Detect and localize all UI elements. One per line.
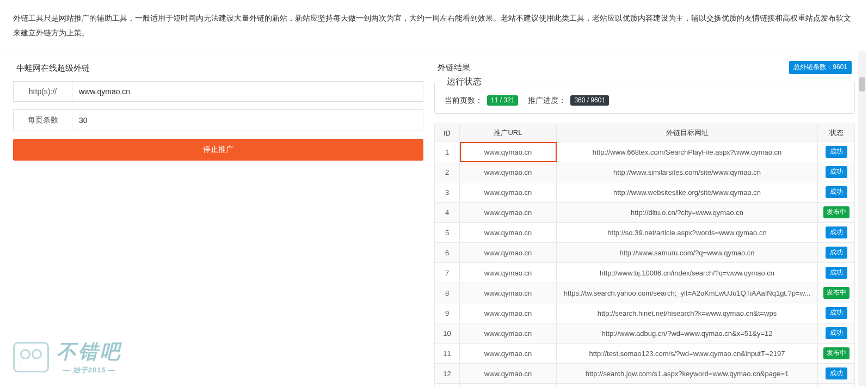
input-panel: 牛蛙网在线超级外链 http(s):// 每页条数 停止推广 xyxy=(2,51,426,386)
status-badge: 成功 xyxy=(826,186,847,198)
cell-id: 4 xyxy=(435,203,460,223)
cell-id: 6 xyxy=(435,243,460,263)
cell-id: 5 xyxy=(435,223,460,243)
th-id: ID xyxy=(435,124,460,142)
cell-target: http://www.websiteslike.org/site/www.qym… xyxy=(557,182,818,203)
status-badge: 发布中 xyxy=(823,287,849,299)
cell-id: 7 xyxy=(435,263,460,283)
table-row: 11www.qymao.cnhttp://test.somao123.com/s… xyxy=(435,344,855,364)
url-input[interactable] xyxy=(72,81,423,102)
perpage-row: 每页条数 xyxy=(13,109,423,131)
cell-url: www.qymao.cn xyxy=(460,162,557,182)
url-row: http(s):// xyxy=(13,81,423,102)
cell-target: http://www.bj.10086.cn/index/search/?q=w… xyxy=(557,263,818,283)
progress-label: 推广进度： xyxy=(528,96,566,106)
table-row: 5www.qymao.cnhttp://so.39.net/article.as… xyxy=(435,223,855,243)
protocol-label: http(s):// xyxy=(13,81,72,102)
status-badge: 成功 xyxy=(826,327,847,339)
cell-id: 11 xyxy=(435,344,460,364)
cell-url: www.qymao.cn xyxy=(460,323,557,344)
status-badge: 成功 xyxy=(826,247,847,259)
table-row: 2www.qymao.cnhttp://www.similarsites.com… xyxy=(435,162,855,182)
cell-url: www.qymao.cn xyxy=(460,384,557,386)
cell-id: 9 xyxy=(435,303,460,323)
cell-status: 成功 xyxy=(818,263,855,283)
cell-target: http://www.similarsites.com/site/www.qym… xyxy=(557,162,818,182)
cell-target: http://www.668tex.com/SearchPlayFile.asp… xyxy=(557,142,818,162)
table-row: 4www.qymao.cnhttp://ditu.o.cn/?city=www.… xyxy=(435,203,855,223)
status-badge: 成功 xyxy=(826,166,847,178)
cell-url: www.qymao.cn xyxy=(460,142,557,162)
scroll-thumb[interactable] xyxy=(859,77,865,91)
cell-target: http://search.hinet.net/hisearch?k=www.q… xyxy=(557,303,818,323)
cell-status: 成功 xyxy=(818,142,855,162)
th-url: 推广URL xyxy=(460,124,557,142)
table-row: 8www.qymao.cnhttps://tw.search.yahoo.com… xyxy=(435,283,855,303)
perpage-label: 每页条数 xyxy=(13,109,72,131)
result-panel: 外链结果 总外链条数：9601 运行状态 当前页数： 11 / 321 推广进度… xyxy=(426,51,866,386)
cell-url: www.qymao.cn xyxy=(460,283,557,303)
cell-status: 发布中 xyxy=(818,384,855,386)
table-row: 7www.qymao.cnhttp://www.bj.10086.cn/inde… xyxy=(435,263,855,283)
table-row: 6www.qymao.cnhttp://www.samuru.com/?q=ww… xyxy=(435,243,855,263)
cell-status: 成功 xyxy=(818,303,855,323)
cell-status: 发布中 xyxy=(818,283,855,303)
cell-target: http://tool.qycn.com/keyword/?operation=… xyxy=(557,384,818,386)
status-badge: 成功 xyxy=(826,267,847,279)
progress-value-pill: 360 / 9601 xyxy=(570,95,609,106)
cell-status: 发布中 xyxy=(818,344,855,364)
status-badge: 成功 xyxy=(826,226,847,238)
input-panel-title: 牛蛙网在线超级外链 xyxy=(13,58,423,81)
table-row: 9www.qymao.cnhttp://search.hinet.net/his… xyxy=(435,303,855,323)
vertical-scrollbar[interactable] xyxy=(858,51,866,386)
table-row: 10www.qymao.cnhttp://www.adbug.cn/?wd=ww… xyxy=(435,323,855,344)
status-badge: 成功 xyxy=(826,307,847,319)
cell-target: https://tw.search.yahoo.com/search;_ylt=… xyxy=(557,283,818,303)
results-table: ID 推广URL 外链目标网址 状态 1www.qymao.cnhttp://w… xyxy=(434,124,855,386)
usage-note: 外链工具只是网站推广的辅助工具，一般适用于短时间内无法建设大量外链的新站，新站应… xyxy=(0,0,868,51)
cell-status: 发布中 xyxy=(818,203,855,223)
cell-id: 10 xyxy=(435,323,460,344)
cell-target: http://www.samuru.com/?q=www.qymao.cn xyxy=(557,243,818,263)
table-row: 12www.qymao.cnhttp://search.jqw.com/s1.a… xyxy=(435,364,855,384)
status-badge: 发布中 xyxy=(823,206,849,218)
cell-url: www.qymao.cn xyxy=(460,364,557,384)
cell-target: http://so.39.net/article.aspx?words=www.… xyxy=(557,223,818,243)
stop-button[interactable]: 停止推广 xyxy=(13,139,423,161)
cell-status: 成功 xyxy=(818,243,855,263)
cell-url: www.qymao.cn xyxy=(460,303,557,323)
cell-url: www.qymao.cn xyxy=(460,243,557,263)
table-row: 1www.qymao.cnhttp://www.668tex.com/Searc… xyxy=(435,142,855,162)
cell-id: 3 xyxy=(435,182,460,203)
cell-url: www.qymao.cn xyxy=(460,203,557,223)
page-label: 当前页数： xyxy=(445,96,483,106)
cell-status: 成功 xyxy=(818,182,855,203)
status-badge: 成功 xyxy=(826,146,847,158)
cell-url: www.qymao.cn xyxy=(460,182,557,203)
cell-id: 2 xyxy=(435,162,460,182)
cell-target: http://ditu.o.cn/?city=www.qymao.cn xyxy=(557,203,818,223)
cell-id: 8 xyxy=(435,283,460,303)
cell-target: http://test.somao123.com/s/?wd=www.qymao… xyxy=(557,344,818,364)
th-status: 状态 xyxy=(818,124,855,142)
status-legend: 运行状态 xyxy=(442,76,486,88)
cell-id: 12 xyxy=(435,364,460,384)
status-box: 运行状态 当前页数： 11 / 321 推广进度： 360 / 9601 xyxy=(434,82,855,114)
cell-target: http://www.adbug.cn/?wd=www.qymao.cn&x=5… xyxy=(557,323,818,344)
status-badge: 发布中 xyxy=(823,347,849,359)
total-count-badge: 总外链条数：9601 xyxy=(789,61,852,74)
table-row: 13www.qymao.cnhttp://tool.qycn.com/keywo… xyxy=(435,384,855,386)
cell-status: 成功 xyxy=(818,162,855,182)
perpage-input[interactable] xyxy=(72,109,423,131)
page-value-pill: 11 / 321 xyxy=(487,95,518,106)
cell-id: 1 xyxy=(435,142,460,162)
cell-target: http://search.jqw.com/s1.aspx?keyword=ww… xyxy=(557,364,818,384)
th-target: 外链目标网址 xyxy=(557,124,818,142)
cell-url: www.qymao.cn xyxy=(460,223,557,243)
status-badge: 成功 xyxy=(826,367,847,379)
cell-status: 成功 xyxy=(818,323,855,344)
cell-status: 成功 xyxy=(818,364,855,384)
cell-id: 13 xyxy=(435,384,460,386)
cell-status: 成功 xyxy=(818,223,855,243)
table-row: 3www.qymao.cnhttp://www.websiteslike.org… xyxy=(435,182,855,203)
